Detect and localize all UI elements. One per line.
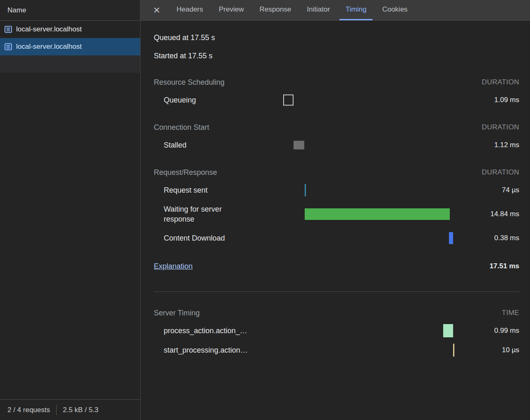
timing-row: Content Download0.38 ms	[154, 231, 519, 245]
section-divider	[154, 291, 519, 292]
phase-bar	[449, 232, 453, 244]
request-list-sidebar: Name local-server.localhostlocal-server.…	[0, 0, 141, 420]
phase-duration: 1.12 ms	[494, 141, 519, 149]
tab-response[interactable]: Response	[253, 0, 298, 20]
phase-bar	[294, 141, 304, 150]
timing-row: Request sent74 µs	[154, 183, 519, 197]
phase-duration: 0.38 ms	[494, 234, 519, 242]
duration-column-header: DURATION	[482, 123, 519, 131]
tab-initiator[interactable]: Initiator	[301, 0, 336, 20]
network-summary-bar: 2 / 4 requests 2.5 kB / 5.3	[0, 399, 140, 420]
request-row[interactable]: local-server.localhost	[0, 38, 140, 55]
empty-row-stripe	[0, 55, 140, 73]
status-divider	[56, 405, 57, 415]
devtools-network-panel: Name local-server.localhostlocal-server.…	[0, 0, 530, 420]
timing-row: process_action.action_…0.99 ms	[154, 324, 519, 338]
timing-section: Request/ResponseDURATIONRequest sent74 µ…	[154, 167, 519, 245]
timing-section: Server TimingTIMEprocess_action.action_……	[154, 308, 519, 357]
queued-at-text: Queued at 17.55 s	[154, 32, 519, 43]
section-title: Server Timing	[154, 309, 200, 317]
server-timing-section: Server TimingTIMEprocess_action.action_……	[154, 308, 519, 357]
tab-preview[interactable]: Preview	[212, 0, 250, 20]
timing-row: start_processing.action…10 µs	[154, 343, 519, 357]
duration-column-header: TIME	[502, 309, 519, 317]
name-column-label: Name	[7, 6, 26, 14]
section-title: Request/Response	[154, 168, 217, 177]
timing-section: Connection StartDURATIONStalled1.12 ms	[154, 122, 519, 152]
phase-duration: 14.84 ms	[490, 210, 519, 218]
phase-bar	[443, 324, 453, 337]
phase-bar	[305, 184, 306, 196]
phase-label: Request sent	[154, 185, 208, 195]
phase-duration: 10 µs	[502, 346, 519, 354]
phase-label: Stalled	[154, 140, 186, 150]
phase-label: process_action.action_…	[154, 326, 247, 336]
phase-bar	[453, 344, 454, 357]
timing-sections: Resource SchedulingDURATIONQueueing1.09 …	[154, 77, 519, 245]
section-title: Connection Start	[154, 123, 209, 132]
section-title: Resource Scheduling	[154, 78, 224, 87]
explanation-link[interactable]: Explanation	[154, 262, 193, 271]
phase-bar	[305, 208, 450, 220]
phase-duration: 1.09 ms	[494, 96, 519, 104]
tab-cookies[interactable]: Cookies	[376, 0, 413, 20]
timing-section: Resource SchedulingDURATIONQueueing1.09 …	[154, 77, 519, 107]
total-duration: 17.51 ms	[489, 262, 519, 270]
duration-column-header: DURATION	[482, 168, 519, 177]
phase-duration: 0.99 ms	[494, 327, 519, 335]
request-name: local-server.localhost	[16, 25, 82, 33]
request-list: local-server.localhostlocal-server.local…	[0, 21, 140, 399]
phase-bar	[283, 95, 294, 106]
tab-timing[interactable]: Timing	[339, 0, 372, 20]
timing-row: Queueing1.09 ms	[154, 93, 519, 107]
timing-row: Stalled1.12 ms	[154, 138, 519, 152]
phase-label: start_processing.action…	[154, 345, 248, 355]
requests-count: 2 / 4 requests	[7, 406, 50, 414]
duration-column-header: DURATION	[482, 78, 519, 86]
document-icon	[4, 43, 12, 51]
request-row[interactable]: local-server.localhost	[0, 21, 140, 38]
phase-label: Content Download	[154, 233, 225, 243]
phase-label: Waiting for server response	[154, 204, 253, 224]
document-icon	[4, 25, 12, 33]
request-name: local-server.localhost	[16, 43, 82, 51]
name-column-header[interactable]: Name	[0, 0, 140, 21]
phase-duration: 74 µs	[502, 186, 519, 194]
detail-tab-bar: ✕ HeadersPreviewResponseInitiatorTimingC…	[141, 0, 530, 21]
started-at-text: Started at 17.55 s	[154, 50, 519, 61]
timing-total-row: Explanation 17.51 ms	[154, 260, 519, 272]
timing-row: Waiting for server response14.84 ms	[154, 203, 519, 226]
phase-label: Queueing	[154, 95, 196, 105]
close-icon[interactable]: ✕	[150, 4, 163, 17]
tab-headers[interactable]: Headers	[170, 0, 209, 20]
request-detail-pane: ✕ HeadersPreviewResponseInitiatorTimingC…	[141, 0, 530, 420]
timing-pane: Queued at 17.55 s Started at 17.55 s Res…	[141, 21, 530, 420]
transferred-size: 2.5 kB / 5.3	[63, 406, 98, 414]
